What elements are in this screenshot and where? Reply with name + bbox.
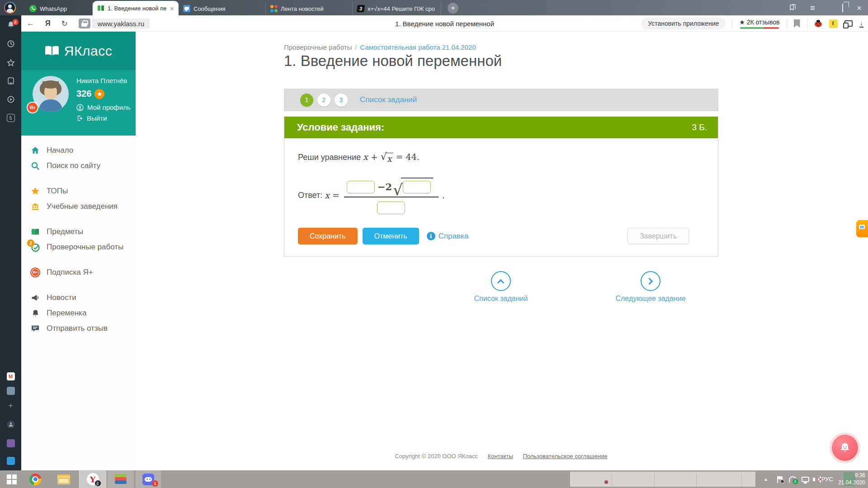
window-preview[interactable] — [655, 472, 697, 487]
task-statement: Реши уравнение x + √x = 44. — [298, 152, 703, 164]
tabs-extension-icon[interactable] — [844, 20, 853, 27]
reviews-rating[interactable]: ★ 2К отзывов — [739, 19, 779, 29]
browser-profile-avatar[interactable] — [4, 2, 16, 14]
breadcrumb-parent[interactable]: Проверочные работы — [284, 43, 352, 51]
tab-news-feed[interactable]: Лента новостей — [266, 2, 353, 15]
tab-znanija[interactable]: 3 x+√x=44 Решите ПЖ сро — [353, 2, 441, 15]
tabs-count-box[interactable]: 5 — [0, 114, 21, 122]
tray-language[interactable]: РУС — [819, 470, 835, 488]
window-preview[interactable] — [570, 472, 612, 487]
finish-button[interactable]: Завершить — [627, 228, 689, 244]
lock-icon[interactable] — [79, 19, 90, 28]
points-star-icon: ★ — [94, 89, 104, 99]
person-shortcut-icon[interactable] — [0, 420, 21, 428]
install-app-button[interactable]: Установить приложение — [642, 18, 725, 29]
sidebar-item-label: Проверочные работы — [47, 243, 123, 252]
sidebar-item-tests[interactable]: 2 Проверочные работы — [21, 239, 136, 255]
sidebar-item-news[interactable]: Новости — [21, 290, 136, 305]
tab-close-icon[interactable]: × — [170, 5, 174, 12]
taskbar-explorer[interactable] — [52, 470, 76, 488]
task-number-1[interactable]: 1 — [300, 94, 313, 107]
sidebar-item-home[interactable]: Начало — [21, 143, 136, 158]
download-icon[interactable]: ↓ — [859, 19, 864, 28]
taskbar-window-previews[interactable] — [570, 472, 755, 487]
back-icon[interactable]: ← — [27, 19, 34, 28]
taskbar-chrome[interactable] — [24, 470, 47, 488]
tray-clock[interactable]: 9:36 21.04.2020 — [838, 470, 867, 488]
sidebar-item-label: Отправить отзыв — [47, 324, 108, 333]
answer-input-under-root[interactable] — [403, 181, 431, 193]
task-number-2[interactable]: 2 — [317, 94, 330, 107]
start-button[interactable] — [1, 470, 23, 488]
logout-link[interactable]: Выйти — [76, 114, 131, 122]
side-panel-handle[interactable] — [856, 220, 868, 237]
yandex-icon[interactable]: Я — [45, 19, 51, 28]
tray-date: 21.04.2020 — [838, 479, 865, 487]
bottom-nav-next-task[interactable]: Следующее задание — [612, 271, 689, 303]
app-shortcut-purple-icon[interactable] — [0, 439, 21, 447]
reviews-count: 2К отзывов — [747, 19, 780, 26]
yaklass-logo[interactable]: ЯКласс — [21, 32, 136, 70]
app-shortcut-blue-icon[interactable] — [0, 387, 21, 395]
tab-messages[interactable]: Сообщения — [179, 2, 266, 15]
reload-icon[interactable]: ↻ — [61, 19, 68, 28]
tab-yaklass-active[interactable]: 1. Введение новой пер × — [93, 1, 179, 15]
rating-bar — [740, 27, 779, 29]
bottom-nav-task-list[interactable]: Список заданий — [462, 271, 539, 303]
window-preview[interactable] — [742, 472, 755, 487]
restore-icon[interactable] — [842, 4, 843, 12]
window-preview[interactable] — [612, 472, 655, 487]
contacts-link[interactable]: Контакты — [488, 453, 513, 460]
notification-bell-widget[interactable] — [832, 435, 858, 461]
notifications-bell-icon[interactable]: 2 — [0, 21, 21, 29]
app-shortcut-teal-icon[interactable] — [0, 457, 21, 465]
sidebar-item-break[interactable]: Переменка — [21, 305, 136, 321]
add-shortcut-icon[interactable]: + — [0, 401, 21, 410]
history-clock-icon[interactable] — [0, 40, 21, 48]
whatsapp-icon — [29, 5, 37, 12]
gmail-shortcut-icon[interactable]: M — [0, 372, 21, 380]
favorites-star-icon[interactable] — [0, 59, 21, 67]
sidebar-item-tops[interactable]: ТОПы — [21, 183, 136, 199]
sidebar-item-subscription[interactable]: Я+ Подписка Я+ — [21, 265, 136, 280]
answer-input-numerator-1[interactable] — [347, 181, 375, 193]
sidebar-item-subjects[interactable]: Предметы — [21, 224, 136, 239]
litres-extension-icon[interactable]: ℓ — [829, 19, 838, 28]
task-list-link[interactable]: Список заданий — [360, 95, 417, 104]
my-profile-link[interactable]: Мой профиль — [76, 103, 131, 111]
taskbar-discord[interactable]: 1 — [136, 470, 161, 488]
bookmarks-panel-icon[interactable] — [789, 4, 797, 11]
tab-whatsapp[interactable]: WhatsApp — [25, 2, 93, 15]
my-profile-label: Мой профиль — [87, 103, 131, 111]
new-tab-button[interactable]: + — [448, 3, 458, 14]
sidebar-item-feedback[interactable]: Отправить отзыв — [21, 321, 136, 336]
breadcrumb-current-link[interactable]: Самостоятельная работа 21.04.2020 — [360, 43, 476, 51]
tray-expand-icon[interactable]: ▲ — [760, 470, 771, 488]
url-input[interactable]: www.yaklass.ru — [92, 19, 150, 28]
window-preview[interactable] — [697, 472, 742, 487]
browser-menu-icon[interactable]: ≡ — [810, 4, 815, 12]
task-number-3[interactable]: 3 — [335, 94, 348, 107]
cancel-button[interactable]: Отменить — [363, 228, 419, 244]
save-button[interactable]: Сохранить — [298, 228, 358, 244]
answer-input-denominator[interactable] — [377, 202, 405, 214]
tray-device-icon[interactable]: 1 — [787, 470, 798, 488]
agreement-link[interactable]: Пользовательское соглашение — [523, 453, 607, 460]
window-controls: ≡ × — [789, 0, 862, 15]
sidebar-item-institutions[interactable]: Учебные заведения — [21, 199, 136, 214]
help-link[interactable]: i Справка — [427, 232, 469, 241]
taskbar-yandex-browser[interactable]: Y β — [80, 470, 106, 488]
tray-flag-icon[interactable] — [774, 470, 786, 488]
adblock-extension-icon[interactable] — [814, 19, 822, 28]
task-card: Условие задания: 3 Б. Реши уравнение x +… — [284, 117, 718, 257]
task-card-body: Реши уравнение x + √x = 44. Ответ: x = — [284, 138, 718, 256]
bookmark-icon[interactable] — [794, 19, 800, 28]
sidebar-item-search[interactable]: Поиск по сайту — [21, 158, 136, 174]
taskbar-bluestacks[interactable] — [108, 470, 134, 488]
close-icon[interactable]: × — [857, 4, 862, 12]
video-play-icon[interactable] — [0, 95, 21, 103]
discord-badge: 1 — [152, 480, 158, 487]
user-name: Никита Плетнёв — [76, 77, 131, 84]
tray-network-icon[interactable] — [799, 470, 811, 488]
reader-tablet-icon[interactable] — [0, 77, 21, 85]
